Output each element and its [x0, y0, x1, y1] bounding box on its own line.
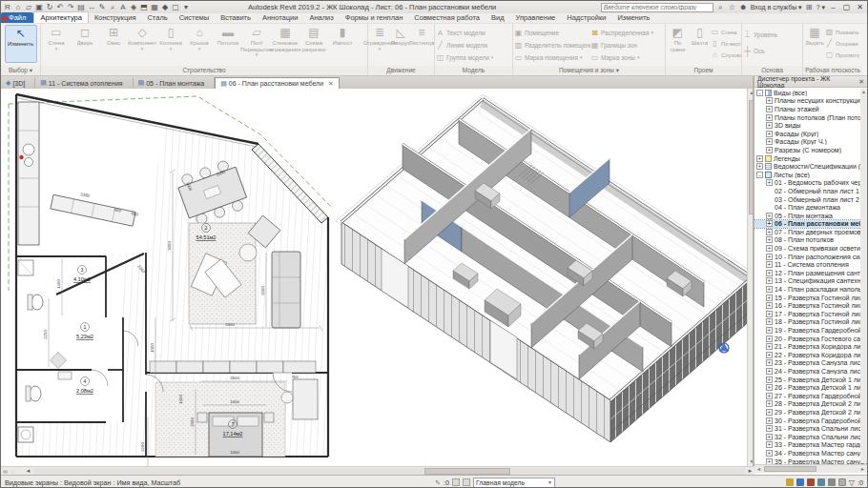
tree-expand-toggle[interactable]: + — [766, 179, 773, 186]
curtain-system-tool[interactable]: ▦ Стеновое ограждение — [271, 25, 300, 52]
close-button[interactable]: ✕ — [855, 3, 865, 11]
curtain-grid-tool[interactable]: ▤ Схема разрезки стены — [300, 25, 328, 53]
browser-hscrollbar[interactable]: ◄ ► — [754, 464, 867, 473]
tree-expand-toggle[interactable]: + — [766, 147, 773, 153]
profile-icon[interactable]: ☻ — [739, 3, 748, 12]
section-button[interactable]: ⬒ — [139, 2, 149, 13]
wall-opening-tool[interactable]: ▭ Стена — [711, 27, 741, 37]
tree-expand-toggle[interactable]: + — [766, 352, 773, 358]
view-tab-furniture[interactable]: ▤ 06 - План расстановки мебели ✕ — [215, 77, 339, 89]
tree-expand-toggle[interactable]: + — [766, 286, 773, 293]
minimize-button[interactable]: – — [828, 3, 838, 11]
home-button[interactable]: ⌂ — [13, 2, 23, 13]
drag-on-selection-toggle-icon[interactable] — [838, 478, 846, 486]
tree-item[interactable]: + 32 - Развертка Спальни лист 2 — [754, 433, 867, 441]
ceiling-tool[interactable]: ▬ Потолок — [214, 25, 242, 47]
tree-expand-toggle[interactable]: + — [766, 441, 773, 448]
tree-expand-toggle[interactable]: + — [766, 97, 773, 104]
tree-item[interactable]: + Легенды — [754, 154, 867, 163]
tree-item[interactable]: + Планы несущих конструкций — [754, 97, 867, 106]
panel-label-select[interactable]: Выбор ▾ — [1, 66, 40, 75]
tree-expand-toggle[interactable]: + — [766, 318, 773, 325]
room-separator-tool[interactable]: ▥ Разделитель помещений — [514, 39, 590, 51]
tree-expand-toggle[interactable]: + — [766, 409, 773, 416]
tree-expand-toggle[interactable]: + — [756, 163, 763, 170]
reference-plane-tool[interactable]: ╱ Опорная плоскость — [825, 38, 859, 49]
tag-by-category-button[interactable]: ⌕ — [108, 2, 117, 13]
tab-annotate[interactable]: Аннотации — [257, 12, 304, 23]
restore-button[interactable]: ▢ — [841, 3, 852, 11]
tree-item[interactable]: + 16 - Развертка Гостиной лист 2 — [754, 301, 867, 310]
tree-item[interactable]: + 26 - Развертка Детской 1 лист 2 — [754, 383, 867, 392]
grid-tool[interactable]: ┼ Ось — [743, 43, 777, 58]
set-work-plane-tool[interactable]: ▦ Задать — [804, 25, 825, 47]
modify-tool[interactable]: ↖ Изменить — [5, 25, 37, 63]
room-tool[interactable]: ▣ Помещение — [514, 27, 590, 38]
tree-item[interactable]: + Планы потолков (План потолочный) — [754, 113, 867, 122]
switch-windows-button[interactable]: ▢ — [171, 2, 180, 13]
tree-expand-toggle[interactable]: + — [766, 336, 773, 342]
temporary-hide-icon[interactable]: ◌ — [10, 468, 14, 475]
tab-modify[interactable]: Изменить — [611, 12, 655, 23]
select-links-toggle-icon[interactable] — [796, 478, 804, 486]
user-interface-button[interactable]: ◆ — [160, 2, 170, 13]
tree-expand-toggle[interactable]: + — [766, 229, 773, 235]
drawing-canvas[interactable]: 2000 1000 2330 600 600 3000 2380 2600 53… — [1, 89, 747, 466]
tree-expand-toggle[interactable]: + — [766, 220, 773, 227]
tree-item[interactable]: + 33 - Развертка Мастер гардеробной — [754, 441, 867, 450]
view-tab-close-icon[interactable]: ✕ — [328, 80, 333, 88]
tree-item[interactable]: + 05 - План монтажа — [754, 212, 867, 220]
tree-expand-toggle[interactable] — [766, 188, 773, 194]
component-tool[interactable]: ◇ Компонент ▾ — [128, 25, 156, 51]
tree-item[interactable]: + 34 - Развертка Мастер санузла л — [754, 449, 867, 458]
window-tool[interactable]: ⊞ Окно — [99, 25, 128, 47]
tree-item[interactable]: + 21 - Развертка Коридора лист 1 — [754, 342, 867, 351]
tree-item[interactable]: + 28 - Развертка Детской 2 лист 1 — [754, 400, 867, 409]
viewer-tool[interactable]: ▢ Просмотр — [825, 50, 859, 60]
tree-item[interactable]: + 24 - Развертка Санузла лист 2 — [754, 367, 867, 376]
floor-tool[interactable]: ▱ Пол/Перекрытие ▾ — [242, 25, 271, 56]
tree-item[interactable]: + 23 - Развертка Санузла лист 1 — [754, 359, 867, 368]
show-work-plane-tool[interactable]: ▧ Показать — [825, 27, 859, 37]
tree-item[interactable]: + 22 - Развертка Коридора лист 2 — [754, 351, 867, 359]
tree-item[interactable]: + Ведомости/Спецификации (все) — [754, 162, 867, 171]
tree-expand-toggle[interactable]: + — [766, 434, 773, 440]
area-tag-tool[interactable]: ▭ Марка зоны ▾ — [590, 51, 664, 63]
stair-tool[interactable]: ≡ Лестница — [411, 25, 432, 47]
tree-expand-toggle[interactable]: + — [766, 213, 773, 219]
tab-analyze[interactable]: Анализ — [303, 12, 339, 23]
tree-expand-toggle[interactable]: + — [766, 270, 773, 276]
favorites-button[interactable]: ☆ — [728, 3, 736, 12]
tree-expand-toggle[interactable]: + — [766, 261, 773, 268]
tree-item[interactable]: + 13 - Спецификация сантехнических — [754, 277, 867, 286]
tree-expand-toggle[interactable]: + — [766, 376, 773, 383]
tree-item[interactable]: + 08 - План потолков — [754, 236, 867, 245]
tree-expand-toggle[interactable]: + — [766, 400, 773, 407]
tree-item[interactable]: + 10 - План расположения силовых — [754, 253, 867, 261]
browser-scroll-right[interactable]: ► — [858, 465, 867, 473]
panel-label-rooms[interactable]: Помещения и зоны ▾ — [513, 66, 665, 75]
model-line-tool[interactable]: ╱ Линия модели — [436, 39, 493, 51]
tree-expand-toggle[interactable]: + — [766, 417, 773, 424]
open-button[interactable]: ▱ — [24, 2, 33, 13]
tree-item[interactable]: + 20 - Развертка Гостевого санузла — [754, 335, 867, 343]
area-tool[interactable]: ⊠ Распределенная ▾ — [590, 27, 664, 38]
model-group-tool[interactable]: ◫ Группа модели ▾ — [436, 51, 493, 63]
tree-item[interactable]: + Фасады (Круг Ч.) — [754, 138, 867, 147]
search-button[interactable]: ⌕ — [716, 3, 725, 12]
tree-item[interactable]: + 17 - Развертка Гостиной лист 3 — [754, 310, 867, 318]
tree-item[interactable]: + Разрезы (С номером) — [754, 146, 867, 154]
tree-expand-toggle[interactable] — [766, 196, 773, 203]
tab-view[interactable]: Вид — [486, 12, 510, 23]
tree-item[interactable]: - Листы (все) — [754, 171, 867, 179]
tree-item[interactable]: 02 - Обмерный план лист 1 — [754, 187, 867, 195]
tree-item[interactable]: + 35 - Развертка Мастер санузла л — [754, 458, 867, 464]
wall-tool[interactable]: ▭ Стена ▾ — [42, 25, 71, 51]
tree-expand-toggle[interactable]: + — [756, 155, 763, 162]
select-by-face-toggle-icon[interactable] — [828, 478, 836, 486]
tree-expand-toggle[interactable]: + — [766, 302, 773, 309]
tree-item[interactable]: + Фасады (Круг) — [754, 130, 867, 138]
tree-expand-toggle[interactable]: + — [766, 384, 773, 391]
vertical-opening-tool[interactable]: ▯ По вертикали — [711, 38, 741, 49]
roof-tool[interactable]: ⌂ Крыша ▾ — [185, 25, 214, 51]
